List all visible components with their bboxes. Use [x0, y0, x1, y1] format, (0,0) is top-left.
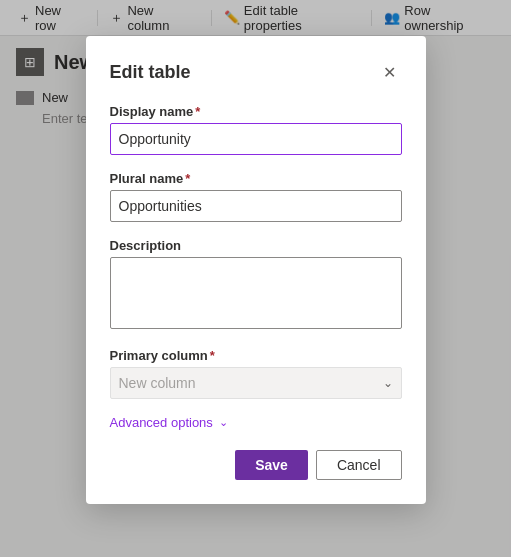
advanced-options-chevron-icon: ⌄: [219, 416, 228, 429]
advanced-options-toggle[interactable]: Advanced options ⌄: [110, 415, 402, 430]
advanced-options-label: Advanced options: [110, 415, 213, 430]
display-name-required: *: [195, 104, 200, 119]
edit-table-modal: Edit table ✕ Display name* Plural name* …: [86, 36, 426, 504]
display-name-input[interactable]: [110, 123, 402, 155]
primary-column-required: *: [210, 348, 215, 363]
display-name-field-group: Display name*: [110, 104, 402, 155]
chevron-down-icon: ⌄: [383, 376, 393, 390]
plural-name-input[interactable]: [110, 190, 402, 222]
description-label: Description: [110, 238, 402, 253]
primary-column-label: Primary column*: [110, 348, 402, 363]
description-field-group: Description: [110, 238, 402, 332]
primary-column-dropdown[interactable]: New column ⌄: [110, 367, 402, 399]
description-textarea[interactable]: [110, 257, 402, 329]
plural-name-label: Plural name*: [110, 171, 402, 186]
modal-title: Edit table: [110, 62, 191, 83]
modal-footer: Save Cancel: [110, 450, 402, 480]
primary-column-field-group: Primary column* New column ⌄: [110, 348, 402, 399]
modal-header: Edit table ✕: [110, 60, 402, 84]
plural-name-required: *: [185, 171, 190, 186]
modal-overlay: Edit table ✕ Display name* Plural name* …: [0, 0, 511, 557]
cancel-button[interactable]: Cancel: [316, 450, 402, 480]
primary-column-value: New column: [119, 375, 196, 391]
save-button[interactable]: Save: [235, 450, 308, 480]
plural-name-field-group: Plural name*: [110, 171, 402, 222]
modal-close-button[interactable]: ✕: [378, 60, 402, 84]
display-name-label: Display name*: [110, 104, 402, 119]
